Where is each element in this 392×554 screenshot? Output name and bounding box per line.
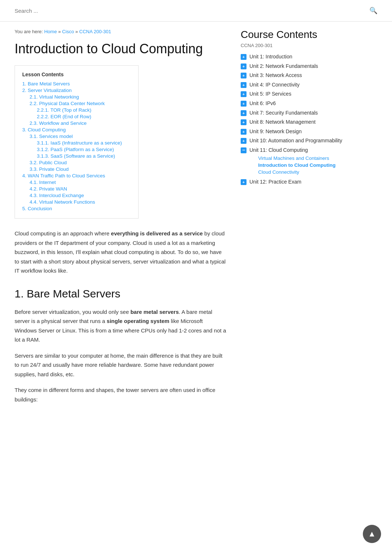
page-title: Introduction to Cloud Computing xyxy=(15,41,226,57)
unit-item-11[interactable]: − Unit 11: Cloud Computing Virtual Machi… xyxy=(241,147,350,176)
unit6-expand-icon: + xyxy=(241,101,247,107)
unit11-sub-3[interactable]: Cloud Connectivity xyxy=(258,169,335,175)
intro-paragraph: Cloud computing is an approach where eve… xyxy=(15,229,226,276)
breadcrumb-cisco[interactable]: Cisco xyxy=(62,29,74,34)
unit-item-6[interactable]: + Unit 6: IPv6 xyxy=(241,100,350,107)
unit-item-8[interactable]: + Unit 8: Network Management xyxy=(241,119,350,126)
toc-link-5[interactable]: 5. Conclusion xyxy=(22,206,52,211)
unit1-expand-icon: + xyxy=(241,54,247,60)
unit11-sub-2[interactable]: Introduction to Cloud Computing xyxy=(258,162,335,168)
search-icon[interactable]: 🔍 xyxy=(369,7,377,15)
unit3-label: Unit 3: Network Access xyxy=(249,72,302,79)
section1-heading: 1. Bare Metal Servers xyxy=(15,286,226,301)
unit4-label: Unit 4: IP Connectivity xyxy=(249,81,299,89)
breadcrumb: You are here: Home » Cisco » CCNA 200-30… xyxy=(15,29,226,34)
section1-para1: Before server virtualization, you would … xyxy=(15,307,226,345)
unit11-subitems: Virtual Machines and Containers Introduc… xyxy=(249,155,335,175)
toc-link-2-3[interactable]: 2.3. Workflow and Service xyxy=(30,120,87,126)
unit-item-2[interactable]: + Unit 2: Network Fundamentals xyxy=(241,63,350,70)
lesson-contents-list: 1. Bare Metal Servers 2. Server Virtuali… xyxy=(22,81,131,211)
unit10-expand-icon: + xyxy=(241,138,247,144)
breadcrumb-home[interactable]: Home xyxy=(44,29,57,34)
unit-item-12[interactable]: + Unit 12: Practice Exam xyxy=(241,178,350,186)
section1-para2: Servers are similar to your computer at … xyxy=(15,351,226,379)
lesson-contents-heading: Lesson Contents xyxy=(22,72,131,77)
unit2-label: Unit 2: Network Fundamentals xyxy=(249,63,318,70)
unit4-expand-icon: + xyxy=(241,82,247,88)
breadcrumb-ccna[interactable]: CCNA 200-301 xyxy=(79,29,111,34)
unit-item-3[interactable]: + Unit 3: Network Access xyxy=(241,72,350,79)
course-units-list: + Unit 1: Introduction + Unit 2: Network… xyxy=(241,53,350,185)
toc-link-4-3[interactable]: 4.3. Intercloud Exchange xyxy=(30,193,84,198)
unit12-expand-icon: + xyxy=(241,179,247,185)
content-area: You are here: Home » Cisco » CCNA 200-30… xyxy=(15,29,226,411)
unit-item-1[interactable]: + Unit 1: Introduction xyxy=(241,53,350,61)
unit9-expand-icon: + xyxy=(241,129,247,135)
breadcrumb-prefix: You are here: xyxy=(15,29,44,34)
toc-link-2[interactable]: 2. Server Virtualization xyxy=(22,88,72,93)
toc-link-4[interactable]: 4. WAN Traffic Path to Cloud Services xyxy=(22,173,105,178)
toc-link-2-2[interactable]: 2.2. Physical Data Center Network xyxy=(30,101,105,106)
unit3-expand-icon: + xyxy=(241,73,247,78)
unit-item-5[interactable]: + Unit 5: IP Services xyxy=(241,91,350,98)
toc-link-2-1[interactable]: 2.1. Virtual Networking xyxy=(30,94,79,100)
toc-link-3-1-3[interactable]: 3.1.3. SaaS (Software as a Service) xyxy=(37,153,115,159)
unit1-label: Unit 1: Introduction xyxy=(249,53,292,61)
unit-item-4[interactable]: + Unit 4: IP Connectivity xyxy=(241,81,350,89)
unit11-sub-1[interactable]: Virtual Machines and Containers xyxy=(258,155,335,161)
search-bar: 🔍 xyxy=(0,0,392,22)
unit6-label: Unit 6: IPv6 xyxy=(249,100,276,107)
toc-link-3-1[interactable]: 3.1. Services model xyxy=(30,134,73,139)
unit8-label: Unit 8: Network Management xyxy=(249,119,315,126)
unit5-label: Unit 5: IP Services xyxy=(249,91,291,98)
unit10-label: Unit 10: Automation and Programmability xyxy=(249,137,342,145)
unit9-label: Unit 9: Network Design xyxy=(249,128,302,135)
unit11-sub-link-3[interactable]: Cloud Connectivity xyxy=(258,169,299,175)
unit8-expand-icon: + xyxy=(241,119,247,125)
unit-item-7[interactable]: + Unit 7: Security Fundamentals xyxy=(241,109,350,117)
toc-link-3-3[interactable]: 3.3. Private Cloud xyxy=(30,166,69,172)
unit11-collapse-icon: − xyxy=(241,147,247,153)
unit11-sub-link-2[interactable]: Introduction to Cloud Computing xyxy=(258,162,335,168)
toc-link-4-2[interactable]: 4.2. Private WAN xyxy=(30,186,67,192)
toc-link-1[interactable]: 1. Bare Metal Servers xyxy=(22,81,70,86)
unit5-expand-icon: + xyxy=(241,91,247,97)
course-contents-heading: Course Contents xyxy=(241,29,350,41)
section1-para3: They come in different forms and shapes,… xyxy=(15,385,226,404)
unit-item-10[interactable]: + Unit 10: Automation and Programmabilit… xyxy=(241,137,350,145)
toc-link-4-4[interactable]: 4.4. Virtual Network Functions xyxy=(30,199,95,205)
toc-link-3-1-1[interactable]: 3.1.1. IaaS (Infrastructure as a service… xyxy=(37,140,122,146)
unit7-expand-icon: + xyxy=(241,110,247,116)
unit2-expand-icon: + xyxy=(241,64,247,69)
toc-link-3-2[interactable]: 3.2. Public Cloud xyxy=(30,160,67,165)
sidebar: Course Contents CCNA 200-301 + Unit 1: I… xyxy=(241,29,350,411)
unit11-sub-link-1[interactable]: Virtual Machines and Containers xyxy=(258,155,329,161)
search-input[interactable] xyxy=(15,8,369,14)
unit11-label: Unit 11: Cloud Computing xyxy=(249,147,308,153)
toc-link-4-1[interactable]: 4.1. Internet xyxy=(30,180,56,185)
course-subtitle: CCNA 200-301 xyxy=(241,43,350,48)
toc-link-2-2-2[interactable]: 2.2.2. EOR (End of Row) xyxy=(37,114,91,119)
unit-item-9[interactable]: + Unit 9: Network Design xyxy=(241,128,350,135)
unit12-label: Unit 12: Practice Exam xyxy=(249,178,301,186)
toc-link-3[interactable]: 3. Cloud Computing xyxy=(22,127,66,132)
toc-link-3-1-2[interactable]: 3.1.2. PaaS (Platform as a Service) xyxy=(37,147,114,152)
lesson-contents-box: Lesson Contents 1. Bare Metal Servers 2.… xyxy=(15,65,139,219)
toc-link-2-2-1[interactable]: 2.2.1. TOR (Top of Rack) xyxy=(37,107,92,113)
unit7-label: Unit 7: Security Fundamentals xyxy=(249,109,318,117)
